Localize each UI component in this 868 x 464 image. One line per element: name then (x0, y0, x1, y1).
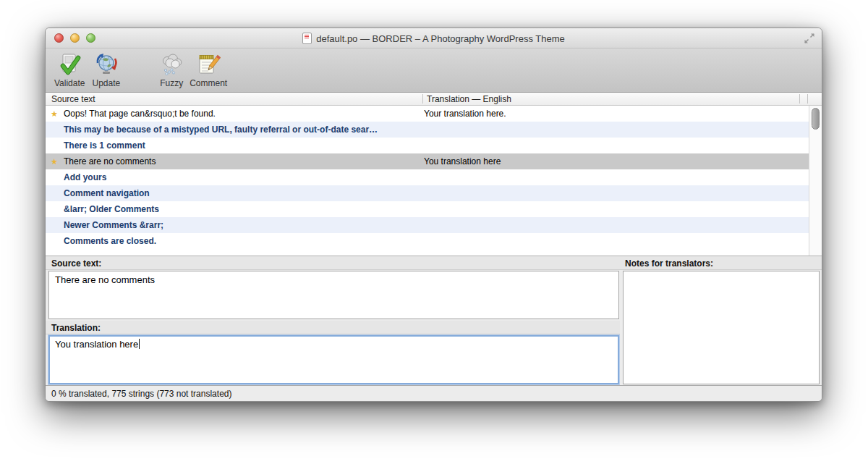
table-row[interactable]: Newer Comments &rarr; (46, 217, 822, 233)
status-bar: 0 % translated, 775 strings (773 not tra… (46, 385, 822, 401)
notes-box (623, 271, 820, 384)
column-divider[interactable] (799, 94, 800, 104)
fuzzy-label: Fuzzy (160, 78, 183, 88)
source-text-box: There are no comments (48, 271, 619, 319)
translation-input[interactable]: You translation here (48, 335, 619, 384)
row-source-text: This may be because of a mistyped URL, f… (64, 122, 378, 138)
comment-label: Comment (190, 78, 227, 88)
column-header-translation[interactable]: Translation — English (427, 94, 511, 104)
table-row[interactable]: ★Oops! That page can&rsquo;t be found.Yo… (46, 106, 822, 122)
star-icon: ★ (51, 106, 58, 122)
source-text-label: Source text: (51, 258, 101, 269)
scrollbar-thumb[interactable] (812, 108, 820, 130)
text-caret (139, 339, 140, 349)
title-bar[interactable]: default.po — BORDER – A Photography Word… (46, 28, 822, 48)
notes-label: Notes for translators: (625, 258, 713, 269)
toolbar: Validate Update (46, 48, 822, 93)
list-header[interactable]: Source text Translation — English (46, 93, 822, 106)
validate-button[interactable]: Validate (54, 53, 85, 88)
update-icon (94, 53, 119, 77)
fullscreen-icon[interactable] (803, 33, 816, 44)
column-header-source[interactable]: Source text (51, 94, 95, 104)
row-source-text: Oops! That page can&rsquo;t be found. (64, 106, 216, 122)
table-row[interactable]: Comments are closed. (46, 233, 822, 249)
status-text: 0 % translated, 775 strings (773 not tra… (51, 389, 231, 399)
table-row[interactable]: Comment navigation (46, 185, 822, 201)
update-label: Update (92, 78, 120, 88)
vertical-scrollbar[interactable] (809, 106, 822, 256)
row-source-text: &larr; Older Comments (64, 201, 159, 217)
comment-icon (196, 53, 221, 77)
table-row[interactable]: Add yours (46, 169, 822, 185)
validate-icon (57, 53, 82, 77)
row-source-text: Add yours (64, 169, 106, 185)
star-icon: ★ (51, 153, 58, 169)
validate-label: Validate (54, 78, 85, 88)
translation-label: Translation: (51, 323, 101, 333)
app-window: default.po — BORDER – A Photography Word… (45, 28, 822, 402)
comment-button[interactable]: Comment (190, 53, 227, 88)
column-divider (807, 94, 808, 104)
fuzzy-button[interactable]: Fuzzy (159, 53, 184, 88)
row-source-text: There is 1 comment (64, 138, 145, 153)
table-row[interactable]: ★There are no commentsYou translation he… (46, 153, 822, 169)
source-text-value: There are no comments (55, 274, 155, 285)
translation-value: You translation here (55, 339, 138, 350)
translation-label-bar: Translation: (46, 321, 620, 334)
table-row[interactable]: &larr; Older Comments (46, 201, 822, 217)
table-body[interactable]: ★Oops! That page can&rsquo;t be found.Yo… (46, 106, 822, 256)
update-button[interactable]: Update (92, 53, 120, 88)
row-source-text: Comments are closed. (64, 233, 156, 249)
row-translation-text: Your translation here. (424, 106, 506, 122)
panel-label-bar: Source text: Notes for translators: (46, 256, 822, 270)
table-row[interactable]: There is 1 comment (46, 138, 822, 153)
row-source-text: Newer Comments &rarr; (64, 217, 163, 233)
document-proxy-icon (302, 33, 312, 44)
table-row[interactable]: This may be because of a mistyped URL, f… (46, 122, 822, 138)
row-source-text: Comment navigation (64, 185, 150, 201)
column-divider[interactable] (422, 94, 423, 104)
fuzzy-icon (159, 53, 184, 77)
row-translation-text: You translation here (424, 153, 501, 169)
row-source-text: There are no comments (64, 153, 156, 169)
window-title: default.po — BORDER – A Photography Word… (316, 33, 564, 44)
